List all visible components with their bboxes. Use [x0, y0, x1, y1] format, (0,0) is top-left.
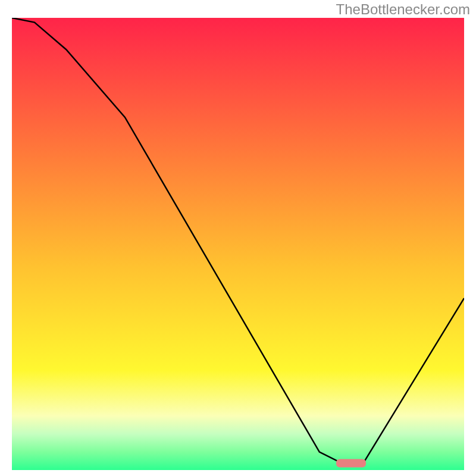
chart-plot: [12, 18, 464, 470]
optimal-marker: [336, 459, 366, 468]
bottleneck-line: [12, 18, 464, 461]
chart-container: [12, 18, 464, 470]
watermark-text: TheBottlenecker.com: [336, 1, 470, 18]
